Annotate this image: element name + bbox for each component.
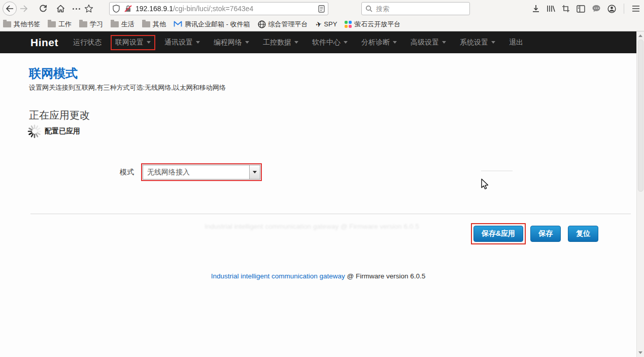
browser-toolbar: 192.168.9.1/cgi-bin/luci/;stok=7643e4	[0, 0, 644, 17]
bookmark-label: 生活	[121, 20, 134, 29]
bookmark-label: 萤石云开放平台	[354, 20, 400, 29]
url-text: 192.168.9.1/cgi-bin/luci/;stok=7643e4	[135, 5, 318, 13]
applying-status-text: 配置已应用	[45, 127, 80, 136]
browser-window: 192.168.9.1/cgi-bin/luci/;stok=7643e4	[0, 0, 644, 357]
scroll-up-icon[interactable]	[638, 34, 642, 37]
spinner-icon	[27, 124, 42, 138]
select-dropdown-button[interactable]	[249, 165, 260, 179]
firmware-version-text: @ Firmware version 6.0.5	[345, 272, 426, 280]
url-bar[interactable]: 192.168.9.1/cgi-bin/luci/;stok=7643e4	[109, 2, 328, 15]
bookmark-spy[interactable]: ✈ SPY	[316, 20, 337, 28]
bookmark-tencent-mail[interactable]: 腾讯企业邮箱 - 收件箱	[174, 20, 250, 29]
tencent-mail-icon	[174, 21, 182, 27]
scroll-down-icon[interactable]	[638, 351, 642, 354]
bookmark-label: 其他书签	[14, 20, 40, 29]
search-icon	[365, 5, 372, 12]
scrollbar-thumb[interactable]	[638, 40, 643, 192]
folder-icon	[48, 21, 56, 27]
applying-changes-heading: 正在应用更改	[29, 109, 90, 122]
nav-item-label: 联网设置	[115, 38, 144, 47]
toolbar-extension-icons	[532, 0, 640, 17]
nav-item-industrial-data[interactable]: 工控数据	[263, 38, 298, 47]
url-path: /cgi-bin/luci/;stok=7643e4	[173, 5, 253, 13]
nav-item-system-settings[interactable]: 系统设置	[460, 38, 495, 47]
bookmark-label: 学习	[90, 20, 103, 29]
mode-form-row: 模式 无线网络接入	[120, 165, 260, 180]
folder-icon	[3, 21, 11, 27]
chat-extension-icon[interactable]	[592, 5, 601, 13]
nav-item-advanced-settings[interactable]: 高级设置	[411, 38, 446, 47]
download-icon[interactable]	[532, 5, 540, 13]
nav-item-label: 工控数据	[263, 38, 291, 47]
nav-item-label: 通讯设置	[164, 38, 193, 47]
chevron-down-icon	[393, 41, 397, 44]
chevron-down-icon	[294, 41, 298, 44]
nav-item-running-status[interactable]: 运行状态	[73, 38, 101, 47]
chevron-down-icon	[491, 41, 495, 44]
browser-chrome: 192.168.9.1/cgi-bin/luci/;stok=7643e4	[0, 0, 644, 31]
bookmark-label: 其他	[153, 20, 166, 29]
globe-icon	[258, 20, 266, 28]
insecure-lock-icon[interactable]	[124, 5, 132, 13]
sidebar-toggle-icon[interactable]	[577, 5, 585, 13]
nav-item-comm-settings[interactable]: 通讯设置	[164, 38, 200, 47]
save-button[interactable]: 保存	[530, 226, 561, 242]
nav-item-label: 软件中心	[312, 38, 341, 47]
app-logo[interactable]: Hinet	[30, 37, 58, 49]
chevron-down-icon	[253, 171, 257, 173]
bookmark-folder-misc[interactable]: 其他	[142, 20, 166, 29]
url-host: 192.168.9.1	[135, 5, 173, 13]
bookmark-label: 腾讯企业邮箱 - 收件箱	[185, 20, 250, 29]
nav-item-analysis-diagnosis[interactable]: 分析诊断	[361, 38, 397, 47]
nav-item-label: 分析诊断	[361, 38, 390, 47]
library-icon[interactable]	[547, 5, 555, 13]
ghost-artifact-line	[481, 170, 513, 171]
nav-item-programming-network[interactable]: 编程网络	[214, 38, 249, 47]
bookmarks-bar: 其他书签 工作 学习 生活 其他 腾讯企业邮箱 - 收件箱 综合管理平台 ✈ S…	[0, 17, 644, 31]
chevron-down-icon	[147, 41, 151, 44]
bookmark-folder-work[interactable]: 工作	[48, 20, 72, 29]
nav-item-software-center[interactable]: 软件中心	[312, 38, 348, 47]
mouse-cursor	[480, 178, 489, 191]
gateway-link[interactable]: Industrial intelligent communication gat…	[211, 272, 345, 280]
forward-button[interactable]	[17, 2, 31, 16]
reader-mode-icon[interactable]	[318, 5, 325, 13]
search-input[interactable]	[376, 5, 457, 13]
nav-item-label: 系统设置	[460, 38, 488, 47]
vertical-scrollbar[interactable]	[636, 31, 644, 357]
applying-status-row: 配置已应用	[27, 124, 80, 138]
reload-button[interactable]	[36, 2, 50, 16]
bookmark-star-icon[interactable]	[84, 4, 93, 13]
bookmark-folder-study[interactable]: 学习	[79, 20, 103, 29]
screenshot-crop-icon[interactable]	[562, 5, 570, 13]
tracking-shield-icon[interactable]	[113, 5, 120, 13]
colorful-grid-icon	[345, 21, 352, 28]
page-actions-icon[interactable]	[73, 8, 80, 10]
ghost-footer-text: Industrial intelligent communication gat…	[205, 223, 419, 230]
bookmark-folder-life[interactable]: 生活	[111, 20, 134, 29]
nav-item-label: 编程网络	[214, 38, 242, 47]
search-bar[interactable]	[361, 2, 470, 15]
folder-icon	[111, 21, 119, 27]
home-button[interactable]	[53, 2, 67, 16]
bookmark-label: 工作	[58, 20, 72, 29]
menu-hamburger-icon[interactable]	[632, 5, 640, 12]
section-divider	[30, 213, 631, 214]
account-icon[interactable]	[607, 5, 616, 13]
nav-item-network-settings[interactable]: 联网设置	[111, 35, 155, 50]
annotation-red-box: 保存&应用	[473, 226, 523, 242]
page-subtitle: 设置网关连接到互联网,有三种方式可选:无线网络,以太网和移动网络	[29, 83, 226, 92]
bookmark-ezviz-platform[interactable]: 萤石云开放平台	[345, 20, 400, 29]
chevron-down-icon	[196, 41, 200, 44]
mode-select[interactable]: 无线网络接入	[143, 165, 260, 180]
nav-item-logout[interactable]: 退出	[509, 38, 523, 47]
nav-item-label: 高级设置	[411, 38, 439, 47]
bookmark-folder-other-bookmarks[interactable]: 其他书签	[3, 20, 40, 29]
chevron-down-icon	[245, 41, 249, 44]
reset-button[interactable]: 复位	[568, 226, 598, 242]
back-button[interactable]	[3, 2, 17, 16]
app-nav-items: 运行状态 联网设置 通讯设置 编程网络 工控数据 软件中心 分析诊断 高级设置 …	[73, 38, 523, 47]
save-apply-button[interactable]: 保存&应用	[473, 226, 523, 242]
toolbar-separator	[624, 4, 624, 14]
bookmark-management-platform[interactable]: 综合管理平台	[258, 20, 308, 29]
